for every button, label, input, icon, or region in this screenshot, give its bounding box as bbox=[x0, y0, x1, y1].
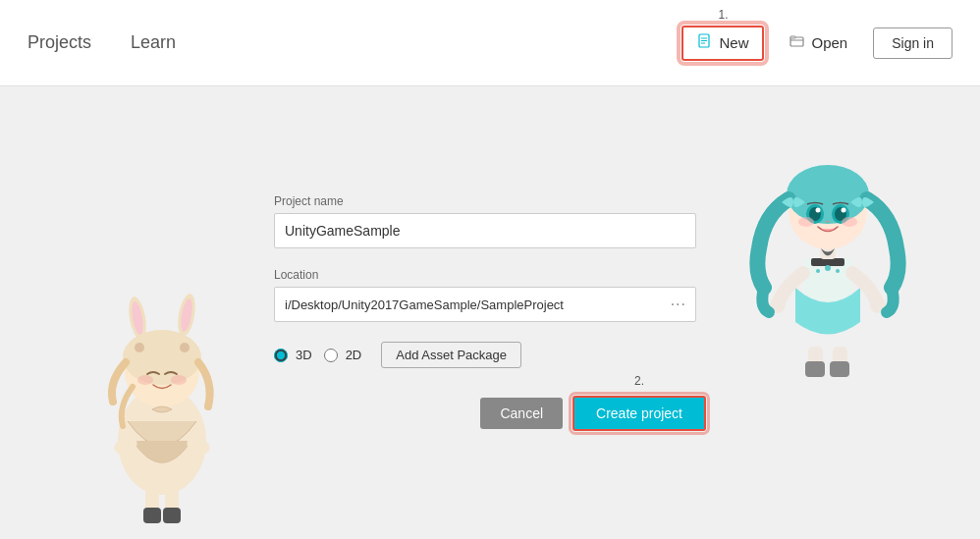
project-name-input[interactable] bbox=[274, 213, 696, 248]
cancel-button[interactable]: Cancel bbox=[480, 398, 563, 429]
svg-point-21 bbox=[171, 375, 187, 385]
radio-3d[interactable] bbox=[274, 349, 288, 362]
step2-label: 2. bbox=[634, 374, 644, 388]
new-button-label: New bbox=[719, 34, 748, 51]
character-right bbox=[735, 96, 921, 381]
open-button[interactable]: Open bbox=[780, 27, 857, 59]
radio-2d[interactable] bbox=[324, 349, 338, 362]
svg-point-23 bbox=[180, 343, 190, 352]
svg-rect-10 bbox=[163, 508, 181, 523]
location-wrapper: ··· bbox=[274, 287, 696, 322]
form-panel: Project name Location ··· 3D 2D Add Asse… bbox=[274, 175, 706, 451]
radio-group: 3D 2D bbox=[274, 348, 365, 362]
svg-point-46 bbox=[836, 269, 840, 273]
svg-point-43 bbox=[842, 217, 857, 227]
step1-label: 1. bbox=[718, 8, 728, 22]
action-row: Cancel 2. Create project bbox=[274, 396, 706, 431]
svg-rect-30 bbox=[830, 361, 849, 377]
create-btn-wrapper: 2. Create project bbox=[572, 396, 706, 431]
location-browse-button[interactable]: ··· bbox=[671, 296, 686, 313]
open-file-icon bbox=[789, 33, 805, 53]
svg-point-44 bbox=[825, 265, 831, 271]
svg-point-15 bbox=[123, 330, 201, 385]
svg-rect-5 bbox=[790, 36, 795, 38]
location-input[interactable] bbox=[274, 287, 696, 322]
header: Projects Learn 1. New bbox=[0, 0, 980, 86]
new-button[interactable]: New bbox=[681, 26, 764, 61]
add-asset-package-button[interactable]: Add Asset Package bbox=[381, 342, 521, 368]
main-content: Project name Location ··· 3D 2D Add Asse… bbox=[0, 86, 980, 539]
options-row: 3D 2D Add Asset Package bbox=[274, 342, 706, 368]
svg-rect-9 bbox=[143, 508, 161, 523]
header-nav: Projects Learn bbox=[27, 32, 176, 53]
project-name-group: Project name bbox=[274, 194, 706, 248]
signin-button[interactable]: Sign in bbox=[873, 27, 953, 59]
svg-point-22 bbox=[135, 343, 144, 352]
create-project-button[interactable]: Create project bbox=[572, 396, 706, 431]
new-file-icon bbox=[697, 33, 713, 53]
nav-learn[interactable]: Learn bbox=[131, 32, 176, 53]
location-label: Location bbox=[274, 268, 706, 282]
svg-point-45 bbox=[816, 269, 820, 273]
header-actions: 1. New bbox=[681, 26, 953, 61]
svg-point-41 bbox=[842, 208, 846, 213]
open-button-label: Open bbox=[811, 34, 847, 51]
svg-point-35 bbox=[787, 165, 869, 224]
svg-point-20 bbox=[137, 375, 153, 385]
radio-2d-label: 2D bbox=[346, 348, 362, 362]
svg-point-40 bbox=[816, 208, 821, 213]
nav-projects[interactable]: Projects bbox=[27, 32, 91, 53]
svg-rect-29 bbox=[805, 361, 825, 377]
new-btn-wrapper: 1. New bbox=[681, 26, 764, 61]
project-name-label: Project name bbox=[274, 194, 706, 208]
radio-3d-label: 3D bbox=[296, 348, 312, 362]
svg-point-42 bbox=[798, 217, 814, 227]
location-group: Location ··· bbox=[274, 268, 706, 322]
character-left bbox=[79, 244, 245, 529]
